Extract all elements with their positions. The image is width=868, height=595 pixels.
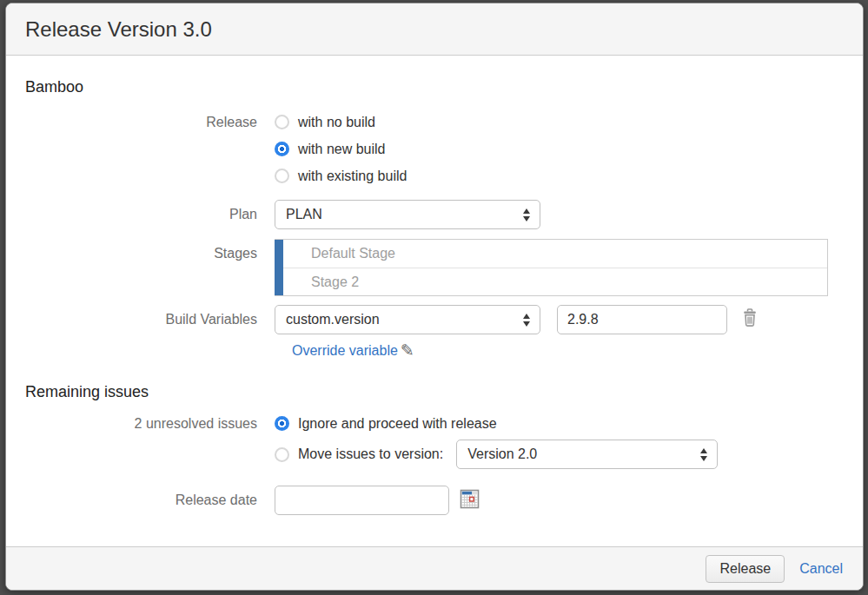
stages-row: Stages Default Stage Stage 2 (6, 239, 863, 296)
stage-row-default: Default Stage (283, 240, 827, 268)
variable-value-input[interactable] (557, 305, 727, 334)
override-variable-row: Override variable ✎ (6, 342, 863, 359)
override-variable-link[interactable]: Override variable (292, 343, 398, 359)
stage-row-2: Stage 2 (283, 268, 827, 295)
unresolved-issues-row: 2 unresolved issues Ignore and proceed w… (6, 410, 863, 472)
radio-checked-icon[interactable] (275, 416, 289, 431)
release-date-input[interactable] (275, 486, 449, 515)
release-button[interactable]: Release (706, 555, 785, 583)
chevron-up-down-icon (523, 208, 530, 221)
move-version-value: Version 2.0 (467, 446, 537, 462)
radio-label: with existing build (298, 169, 407, 184)
pencil-icon: ✎ (401, 342, 414, 359)
stage-progress-bar (275, 240, 283, 295)
radio-with-existing-build[interactable]: with existing build (275, 162, 407, 189)
radio-icon[interactable] (275, 115, 289, 129)
bamboo-section-heading: Bamboo (25, 78, 863, 96)
dialog-header: Release Version 3.0 (6, 3, 863, 56)
chevron-up-down-icon (523, 314, 530, 327)
trash-icon (740, 307, 759, 328)
release-type-label: Release (6, 109, 275, 136)
calendar-icon (460, 489, 480, 509)
stage-list: Default Stage Stage 2 (275, 239, 828, 296)
move-version-select[interactable]: Version 2.0 (456, 440, 718, 469)
variable-name-value: custom.version (286, 312, 380, 327)
release-date-row: Release date (6, 486, 863, 515)
stage-rows: Default Stage Stage 2 (283, 240, 827, 295)
delete-variable-button[interactable] (740, 307, 759, 332)
plan-select[interactable]: PLAN (275, 200, 540, 229)
remaining-issues-heading: Remaining issues (25, 383, 863, 401)
calendar-picker-button[interactable] (460, 489, 480, 512)
radio-with-new-build[interactable]: with new build (275, 136, 407, 162)
plan-select-value: PLAN (286, 207, 322, 222)
radio-label: with no build (298, 115, 375, 130)
cancel-link[interactable]: Cancel (799, 561, 843, 577)
unresolved-issues-label: 2 unresolved issues (6, 410, 275, 437)
variable-name-select[interactable]: custom.version (275, 305, 540, 334)
radio-label: with new build (298, 142, 386, 157)
radio-icon[interactable] (275, 169, 289, 183)
release-version-dialog: Release Version 3.0 Bamboo Release with … (5, 3, 864, 591)
release-type-options: with no build with new build with existi… (275, 109, 407, 189)
radio-checked-icon[interactable] (275, 142, 289, 156)
dialog-footer: Release Cancel (6, 546, 863, 590)
build-variables-label: Build Variables (6, 305, 275, 334)
plan-row: Plan PLAN (6, 200, 863, 229)
radio-ignore-and-proceed[interactable]: Ignore and proceed with release (275, 410, 718, 437)
radio-move-issues-row: Move issues to version: Version 2.0 (275, 437, 718, 472)
plan-label: Plan (6, 200, 275, 229)
dialog-body: Bamboo Release with no build with new bu… (6, 56, 863, 546)
chevron-up-down-icon (700, 448, 707, 461)
build-variables-row: Build Variables custom.version (6, 305, 863, 334)
radio-with-no-build[interactable]: with no build (275, 109, 407, 136)
dialog-title: Release Version 3.0 (25, 17, 212, 42)
radio-label: Ignore and proceed with release (298, 416, 497, 432)
release-date-label: Release date (6, 486, 275, 515)
unresolved-options: Ignore and proceed with release Move iss… (275, 410, 718, 472)
stages-label: Stages (6, 239, 275, 268)
radio-label: Move issues to version: (298, 446, 443, 462)
release-type-row: Release with no build with new build wit… (6, 109, 863, 189)
radio-move-issues[interactable] (275, 447, 289, 462)
